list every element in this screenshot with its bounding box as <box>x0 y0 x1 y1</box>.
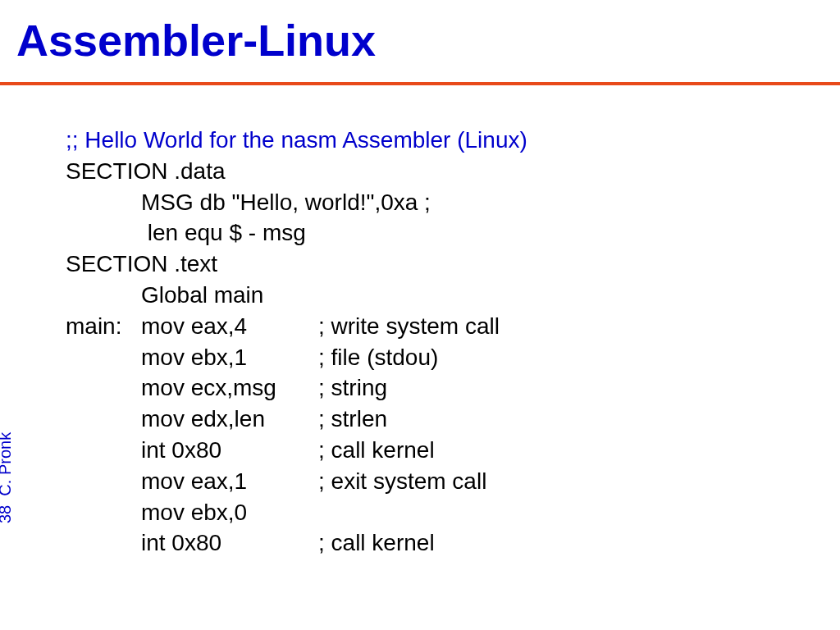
label <box>66 404 141 435</box>
code-line: mov edx,len; strlen <box>66 404 840 435</box>
page-number: 38 <box>0 505 14 523</box>
comment: ; file (stdou) <box>318 342 438 373</box>
code-line: mov ebx,0 <box>66 497 840 528</box>
code-text: SECTION .text <box>66 249 217 280</box>
code-line: Global main <box>66 280 840 311</box>
comment: ; exit system call <box>318 466 486 497</box>
slide-title: Assembler-Linux <box>0 0 840 80</box>
code-line: MSG db "Hello, world!",0xa ; <box>66 187 840 218</box>
instruction: mov eax,1 <box>141 466 318 497</box>
instruction: mov edx,len <box>141 404 318 435</box>
label <box>66 435 141 466</box>
comment: ; call kernel <box>318 527 435 559</box>
author: C. Pronk <box>0 432 14 496</box>
code-comment-header: ;; Hello World for the nasm Assembler (L… <box>66 125 840 156</box>
label <box>66 372 141 404</box>
code-line: SECTION .text <box>66 249 840 280</box>
code-line: mov ebx,1; file (stdou) <box>66 342 840 373</box>
comment: ; write system call <box>318 311 500 342</box>
label <box>66 342 141 373</box>
code-line: main:mov eax,4; write system call <box>66 311 840 342</box>
page-footer: 38 C. Pronk <box>0 432 15 523</box>
comment: ; string <box>318 372 387 404</box>
instruction: mov ebx,1 <box>141 342 318 373</box>
instruction: int 0x80 <box>141 435 318 466</box>
code-line: int 0x80; call kernel <box>66 435 840 466</box>
label <box>66 527 141 559</box>
indent <box>66 187 141 218</box>
code-block: ;; Hello World for the nasm Assembler (L… <box>0 85 840 559</box>
indent <box>66 217 141 249</box>
code-line: len equ $ - msg <box>66 217 840 249</box>
code-text: SECTION .data <box>66 156 226 187</box>
code-text: Global main <box>141 280 263 311</box>
code-line: mov eax,1; exit system call <box>66 466 840 497</box>
label <box>66 497 141 528</box>
code-text: len equ $ - msg <box>141 217 306 249</box>
instruction: mov ebx,0 <box>141 497 318 528</box>
indent <box>66 280 141 311</box>
label <box>66 466 141 497</box>
instruction: mov eax,4 <box>141 311 318 342</box>
label: main: <box>66 311 141 342</box>
code-line: SECTION .data <box>66 156 840 187</box>
code-text: MSG db "Hello, world!",0xa ; <box>141 187 431 218</box>
comment: ; call kernel <box>318 435 435 466</box>
code-line: mov ecx,msg; string <box>66 372 840 404</box>
code-line: int 0x80; call kernel <box>66 527 840 559</box>
comment: ; strlen <box>318 404 387 435</box>
instruction: mov ecx,msg <box>141 372 318 404</box>
instruction: int 0x80 <box>141 527 318 559</box>
